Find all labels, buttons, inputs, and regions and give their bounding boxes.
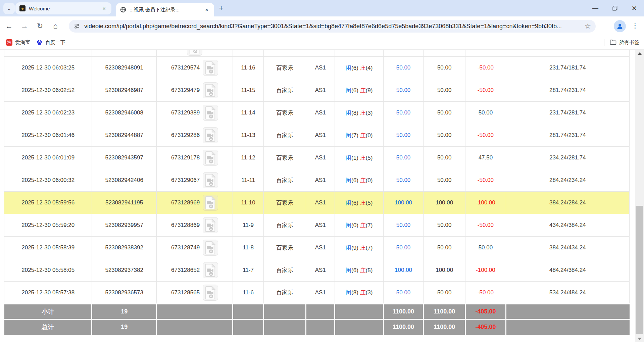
total-bet: 1100.00 [384,320,424,335]
banker-result: 庄 [360,267,366,274]
win-loss: 50.00 [465,237,506,259]
video-play-button[interactable] [203,285,218,301]
bet-amount[interactable]: 50.00 [384,102,424,124]
video-play-button[interactable] [187,50,202,56]
round-number: 11-16 [233,57,264,79]
bet-time: 2025-12-30 05:58:39 [4,237,92,259]
restore-icon [612,6,617,11]
game-name: 百家乐 [264,124,306,147]
video-play-button[interactable] [203,240,218,256]
table-row: 2025-12-30 06:01:09 523082943597 6731291… [4,147,630,169]
video-number: 673129178 [171,154,200,161]
new-tab-button[interactable]: + [219,5,224,11]
bet-amount[interactable]: 100.00 [384,192,424,214]
video-play-button[interactable] [203,262,218,278]
bookmark-baidu[interactable]: 百度一下 [36,39,65,46]
valid-amount: 50.00 [424,214,465,237]
person-icon [616,22,624,30]
win-loss: -50.00 [465,57,506,79]
table-row: 2025-12-30 05:58:39 523082938392 6731287… [4,237,630,259]
game-result: 闲(8) 庄(3) [335,282,384,304]
valid-amount: 50.00 [424,282,465,304]
game-name: 百家乐 [264,169,306,192]
browser-menu-button[interactable]: ⋮ [632,21,639,30]
bookmark-label: 百度一下 [45,39,65,46]
round-number: 11-8 [233,237,264,259]
tab-bet-records[interactable]: :::视讯 会员下注纪录::: × [116,3,214,16]
balance: 234.24/281.74 [506,147,629,169]
minimize-button[interactable]: — [586,0,605,16]
bet-amount[interactable]: 50.00 [384,237,424,259]
scroll-up-arrow-icon[interactable] [635,50,644,56]
order-number: 523082948091 [92,57,157,79]
valid-amount: 50.00 [424,147,465,169]
banker-result: 庄 [360,87,366,94]
bet-amount[interactable]: 50.00 [384,282,424,304]
banker-result: 庄 [360,222,366,229]
video-play-button[interactable] [203,82,218,98]
bet-amount[interactable]: 50.00 [384,214,424,237]
back-button[interactable]: ← [3,20,15,33]
bet-amount[interactable]: 100.00 [384,259,424,282]
all-bookmarks[interactable]: 所有书签 [604,39,639,46]
win-loss: -50.00 [465,282,506,304]
video-play-button[interactable] [203,60,218,76]
reload-button[interactable]: ↻ [34,20,46,33]
table-name: AS1 [306,237,335,259]
video-play-button[interactable] [203,150,218,166]
round-number: 11-10 [233,192,264,214]
balance: 484.24/384.24 [506,259,629,282]
player-result: 闲 [346,245,351,251]
game-result: 闲(8) 庄(3) [335,102,384,124]
browser-toolbar: ← → ↻ ⌂ videoie.com/ipl/portal.php/game/… [0,16,644,36]
close-tab-icon[interactable]: × [203,6,210,13]
video-play-button[interactable] [203,127,218,143]
video-play-button[interactable] [203,105,218,121]
subtotal-winloss: -405.00 [465,304,506,320]
scrollbar-thumb[interactable] [636,206,643,334]
video-record-icon [204,173,217,187]
balance: 384.24/284.24 [506,192,629,214]
close-window-button[interactable]: × [625,0,644,16]
video-record-icon [204,241,217,255]
player-result: 闲 [346,222,351,229]
subtotal-row: 小计 19 1100.00 1100.00 -405.00 [4,304,630,320]
video-record-icon [204,151,217,165]
bet-amount[interactable]: 50.00 [384,147,424,169]
vertical-scrollbar[interactable] [635,50,644,342]
tab-welcome[interactable]: ◆ Welcome × [15,2,111,14]
bookmark-star-icon[interactable]: ☆ [585,22,591,30]
restore-button[interactable] [605,0,625,16]
round-number: 11-6 [233,282,264,304]
bet-time: 2025-12-30 06:02:52 [4,79,92,102]
video-cell: 673128869 [157,214,233,237]
forward-button[interactable]: → [18,20,31,33]
table-row: 2025-12-30 06:03:25 523082948091 6731295… [4,57,630,79]
video-play-button[interactable] [203,217,218,233]
site-settings-icon[interactable] [73,23,80,30]
bet-amount[interactable]: 50.00 [384,124,424,147]
bet-amount[interactable]: 50.00 [384,57,424,79]
bookmark-taobao[interactable]: 淘 爱淘宝 [6,39,30,46]
game-result: 闲(6) 庄(5) [335,259,384,282]
profile-avatar[interactable] [614,20,626,32]
bet-time: 2025-12-30 05:58:05 [4,259,92,282]
bet-amount[interactable]: 50.00 [384,79,424,102]
home-button[interactable]: ⌂ [49,20,62,33]
game-name: 百家乐 [264,214,306,237]
game-name: 百家乐 [264,102,306,124]
close-tab-icon[interactable]: × [101,5,107,12]
game-result: 闲(0) 庄(7) [335,214,384,237]
bet-amount[interactable]: 50.00 [384,169,424,192]
order-number: 523082946987 [92,79,157,102]
video-play-button[interactable] [203,195,218,211]
scroll-down-arrow-icon[interactable] [635,336,644,342]
video-cell: 673129389 [157,102,233,124]
table-name: AS1 [306,214,335,237]
video-record-icon [204,128,217,142]
game-name: 百家乐 [264,282,306,304]
address-bar[interactable]: videoie.com/ipl/portal.php/game/betrecor… [69,20,596,33]
video-record-icon [188,50,201,55]
video-play-button[interactable] [203,172,218,188]
tab-search-button[interactable]: ⌄ [3,3,15,14]
